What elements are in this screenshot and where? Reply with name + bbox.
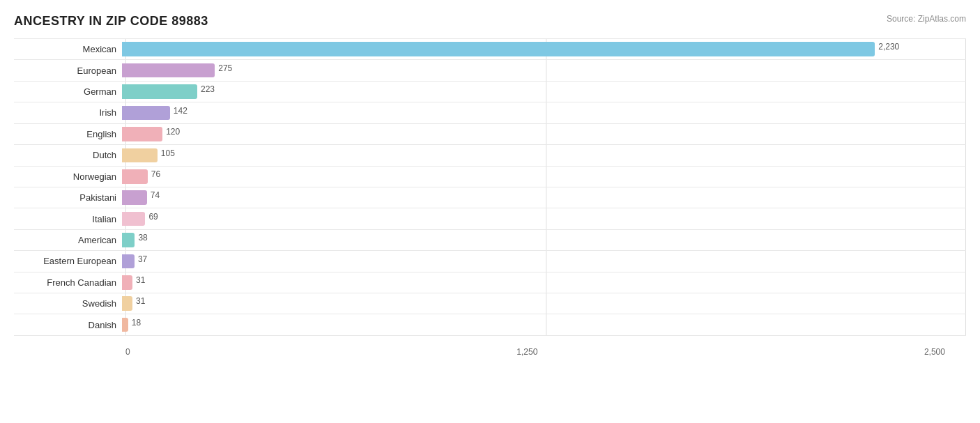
bar-label: European — [14, 66, 122, 76]
bar-fill: 275 — [122, 63, 215, 78]
table-row: Dutch 105 — [14, 145, 966, 166]
bar-track: 31 — [122, 296, 966, 311]
source-text: Source: ZipAtlas.com — [887, 14, 966, 24]
table-row: European 275 — [14, 60, 966, 81]
bar-fill: 76 — [122, 169, 148, 184]
bar-fill: 74 — [122, 190, 147, 205]
chart-title: ANCESTRY IN ZIP CODE 89883 — [14, 14, 966, 29]
bar-label: American — [14, 235, 122, 245]
bar-fill: 18 — [122, 318, 128, 332]
bar-fill: 105 — [122, 148, 158, 163]
bar-track: 74 — [122, 190, 966, 205]
table-row: French Canadian 31 — [14, 272, 966, 293]
bar-value: 223 — [201, 84, 215, 94]
bar-track: 142 — [122, 106, 966, 121]
table-row: American 38 — [14, 230, 966, 251]
bar-value: 37 — [138, 254, 147, 264]
bar-value: 31 — [136, 296, 145, 306]
table-row: Pakistani 74 — [14, 187, 966, 208]
table-row: Irish 142 — [14, 102, 966, 123]
bar-fill: 37 — [122, 254, 135, 269]
bar-label: Swedish — [14, 298, 122, 309]
bar-label: Pakistani — [14, 192, 122, 203]
bar-fill: 69 — [122, 212, 145, 226]
bar-track: 223 — [122, 84, 966, 99]
bar-value: 76 — [151, 169, 160, 179]
bar-label: Irish — [14, 107, 122, 118]
bar-track: 69 — [122, 212, 966, 226]
bar-track: 2,230 — [122, 42, 966, 56]
bar-label: German — [14, 86, 122, 97]
bar-track: 105 — [122, 148, 966, 163]
bar-value: 105 — [161, 148, 175, 158]
bar-value: 69 — [148, 212, 158, 222]
bar-track: 31 — [122, 275, 966, 290]
table-row: Norwegian 76 — [14, 167, 966, 187]
bar-value: 74 — [151, 190, 160, 200]
bar-fill: 120 — [122, 127, 162, 141]
bar-track: 37 — [122, 254, 966, 269]
x-axis: 01,2502,500 — [125, 347, 966, 357]
bar-fill: 142 — [122, 106, 170, 121]
table-row: Danish 18 — [14, 314, 966, 335]
bar-track: 120 — [122, 127, 966, 141]
table-row: Eastern European 37 — [14, 251, 966, 272]
bars-area: Mexican 2,230 European 275 German 223 Ir… — [14, 38, 966, 357]
x-axis-label: 1,250 — [516, 347, 537, 357]
bar-value: 2,230 — [878, 42, 899, 52]
bar-value: 142 — [174, 106, 187, 116]
x-axis-label: 2,500 — [924, 347, 945, 357]
bar-label: English — [14, 129, 122, 139]
bar-label: French Canadian — [14, 277, 122, 288]
bar-track: 38 — [122, 233, 966, 247]
x-axis-label: 0 — [125, 347, 130, 357]
bar-label: Mexican — [14, 44, 122, 54]
bar-track: 18 — [122, 318, 966, 332]
chart-container: ANCESTRY IN ZIP CODE 89883 Source: ZipAt… — [0, 0, 980, 423]
table-row: Italian 69 — [14, 208, 966, 229]
table-row: German 223 — [14, 82, 966, 102]
bar-value: 18 — [132, 318, 141, 328]
bar-value: 275 — [218, 63, 232, 73]
bar-label: Italian — [14, 214, 122, 224]
bar-fill: 223 — [122, 84, 197, 99]
bar-value: 120 — [166, 127, 180, 137]
bar-fill: 38 — [122, 233, 135, 247]
bar-label: Dutch — [14, 150, 122, 160]
bar-track: 275 — [122, 63, 966, 78]
bar-label: Norwegian — [14, 171, 122, 182]
table-row: English 120 — [14, 124, 966, 145]
bar-fill: 31 — [122, 296, 132, 311]
bar-value: 38 — [138, 233, 147, 243]
bar-label: Danish — [14, 320, 122, 330]
bar-track: 76 — [122, 169, 966, 184]
bar-value: 31 — [136, 275, 145, 285]
bar-fill: 2,230 — [122, 42, 875, 56]
table-row: Mexican 2,230 — [14, 38, 966, 60]
table-row: Swedish 31 — [14, 293, 966, 314]
rows-container: Mexican 2,230 European 275 German 223 Ir… — [14, 38, 966, 336]
bar-fill: 31 — [122, 275, 132, 290]
bar-label: Eastern European — [14, 256, 122, 266]
